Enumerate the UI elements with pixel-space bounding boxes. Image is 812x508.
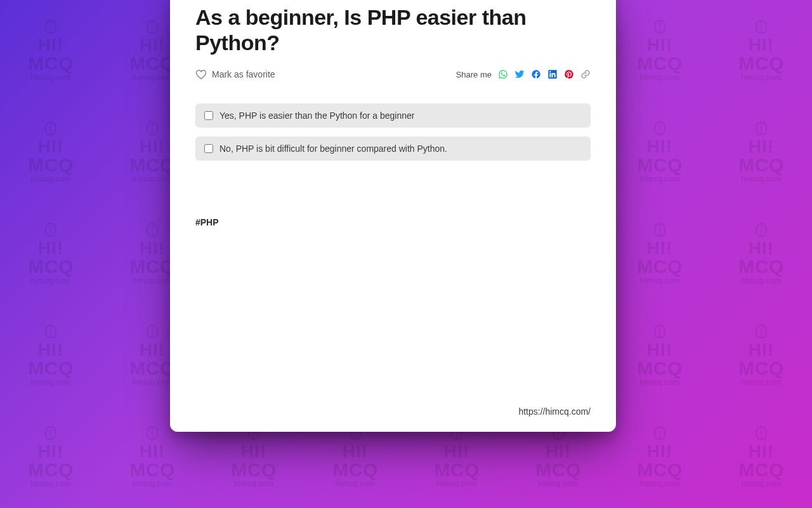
share-icons	[498, 69, 591, 79]
share-block: Share me	[456, 69, 591, 79]
tag-row: #PHP	[195, 217, 591, 228]
twitter-icon[interactable]	[514, 69, 525, 79]
favorite-toggle[interactable]: Mark as favorite	[195, 69, 275, 79]
card-footer-url: https://himcq.com/	[195, 406, 591, 417]
option-label: No, PHP is bit difficult for beginner co…	[219, 144, 447, 154]
option-row[interactable]: Yes, PHP is easier than the Python for a…	[195, 104, 591, 128]
facebook-icon[interactable]	[531, 69, 541, 79]
copy-link-icon[interactable]	[580, 69, 591, 79]
heart-icon	[195, 69, 207, 79]
meta-row: Mark as favorite Share me	[195, 69, 591, 79]
tag-php[interactable]: #PHP	[195, 217, 219, 227]
option-checkbox[interactable]	[204, 144, 213, 153]
whatsapp-icon[interactable]	[498, 69, 508, 79]
question-card: As a beginner, Is PHP easier than Python…	[170, 0, 616, 432]
pinterest-icon[interactable]	[564, 69, 574, 79]
favorite-label: Mark as favorite	[212, 69, 275, 79]
question-title: As a beginner, Is PHP easier than Python…	[195, 4, 591, 55]
option-checkbox[interactable]	[204, 111, 213, 120]
options-list: Yes, PHP is easier than the Python for a…	[195, 104, 591, 161]
option-label: Yes, PHP is easier than the Python for a…	[219, 110, 414, 121]
linkedin-icon[interactable]	[547, 69, 558, 79]
option-row[interactable]: No, PHP is bit difficult for beginner co…	[195, 137, 591, 161]
share-label: Share me	[456, 70, 492, 79]
